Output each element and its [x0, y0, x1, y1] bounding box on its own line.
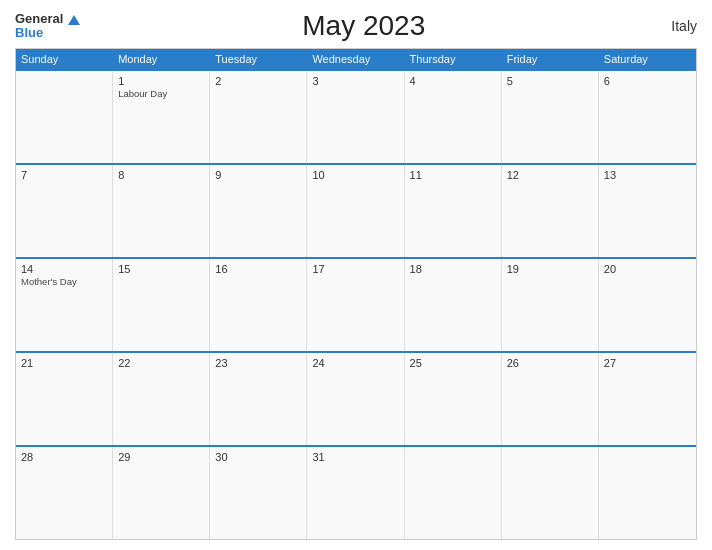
- day-number: 25: [410, 357, 496, 369]
- day-cell: 27: [599, 353, 696, 445]
- day-number: 20: [604, 263, 691, 275]
- day-cell: 26: [502, 353, 599, 445]
- day-cell: 28: [16, 447, 113, 539]
- day-cell: 9: [210, 165, 307, 257]
- day-cell: 4: [405, 71, 502, 163]
- week-row-4: 28293031: [16, 445, 696, 539]
- header: General Blue May 2023 Italy: [15, 10, 697, 42]
- day-cell: 31: [307, 447, 404, 539]
- day-number: 9: [215, 169, 301, 181]
- day-cell: 6: [599, 71, 696, 163]
- day-number: 14: [21, 263, 107, 275]
- day-cell: 3: [307, 71, 404, 163]
- page: General Blue May 2023 Italy SundayMonday…: [0, 0, 712, 550]
- day-cell: 21: [16, 353, 113, 445]
- day-number: 29: [118, 451, 204, 463]
- day-number: 30: [215, 451, 301, 463]
- day-cell: 17: [307, 259, 404, 351]
- day-cell: 11: [405, 165, 502, 257]
- day-cell: 23: [210, 353, 307, 445]
- day-event: Mother's Day: [21, 276, 107, 287]
- day-number: 27: [604, 357, 691, 369]
- logo-blue-text: Blue: [15, 25, 43, 40]
- day-header-saturday: Saturday: [599, 49, 696, 69]
- day-cell: 1Labour Day: [113, 71, 210, 163]
- day-cell: 29: [113, 447, 210, 539]
- day-cell: [16, 71, 113, 163]
- day-number: 13: [604, 169, 691, 181]
- day-cell: 2: [210, 71, 307, 163]
- day-number: 12: [507, 169, 593, 181]
- day-header-wednesday: Wednesday: [307, 49, 404, 69]
- day-number: 26: [507, 357, 593, 369]
- day-header-sunday: Sunday: [16, 49, 113, 69]
- day-number: 7: [21, 169, 107, 181]
- calendar-title: May 2023: [80, 10, 647, 42]
- day-number: 23: [215, 357, 301, 369]
- day-cell: 8: [113, 165, 210, 257]
- day-cell: 10: [307, 165, 404, 257]
- day-cell: 5: [502, 71, 599, 163]
- day-number: 8: [118, 169, 204, 181]
- day-cell: 25: [405, 353, 502, 445]
- logo-general-text: General: [15, 11, 63, 26]
- day-cell: 24: [307, 353, 404, 445]
- day-cell: 7: [16, 165, 113, 257]
- day-number: 11: [410, 169, 496, 181]
- day-header-thursday: Thursday: [405, 49, 502, 69]
- day-number: 5: [507, 75, 593, 87]
- day-number: 28: [21, 451, 107, 463]
- day-number: 21: [21, 357, 107, 369]
- day-header-friday: Friday: [502, 49, 599, 69]
- week-row-0: 1Labour Day23456: [16, 69, 696, 163]
- weeks-container: 1Labour Day234567891011121314Mother's Da…: [16, 69, 696, 539]
- day-number: 15: [118, 263, 204, 275]
- day-cell: 19: [502, 259, 599, 351]
- day-cell: [599, 447, 696, 539]
- logo-top: General: [15, 12, 80, 26]
- logo: General Blue: [15, 12, 80, 41]
- day-cell: [405, 447, 502, 539]
- day-number: 16: [215, 263, 301, 275]
- day-number: 24: [312, 357, 398, 369]
- logo-triangle-icon: [68, 15, 80, 25]
- day-event: Labour Day: [118, 88, 204, 99]
- day-header-monday: Monday: [113, 49, 210, 69]
- day-number: 1: [118, 75, 204, 87]
- day-cell: 30: [210, 447, 307, 539]
- day-cell: 12: [502, 165, 599, 257]
- day-cell: 16: [210, 259, 307, 351]
- day-number: 17: [312, 263, 398, 275]
- day-number: 3: [312, 75, 398, 87]
- day-number: 10: [312, 169, 398, 181]
- country-label: Italy: [647, 18, 697, 34]
- day-header-tuesday: Tuesday: [210, 49, 307, 69]
- day-cell: [502, 447, 599, 539]
- day-number: 19: [507, 263, 593, 275]
- day-number: 4: [410, 75, 496, 87]
- day-cell: 22: [113, 353, 210, 445]
- day-number: 18: [410, 263, 496, 275]
- day-number: 31: [312, 451, 398, 463]
- calendar: SundayMondayTuesdayWednesdayThursdayFrid…: [15, 48, 697, 540]
- day-cell: 14Mother's Day: [16, 259, 113, 351]
- day-cell: 20: [599, 259, 696, 351]
- day-headers-row: SundayMondayTuesdayWednesdayThursdayFrid…: [16, 49, 696, 69]
- week-row-1: 78910111213: [16, 163, 696, 257]
- week-row-2: 14Mother's Day151617181920: [16, 257, 696, 351]
- day-number: 6: [604, 75, 691, 87]
- day-number: 22: [118, 357, 204, 369]
- day-cell: 13: [599, 165, 696, 257]
- day-number: 2: [215, 75, 301, 87]
- week-row-3: 21222324252627: [16, 351, 696, 445]
- day-cell: 18: [405, 259, 502, 351]
- day-cell: 15: [113, 259, 210, 351]
